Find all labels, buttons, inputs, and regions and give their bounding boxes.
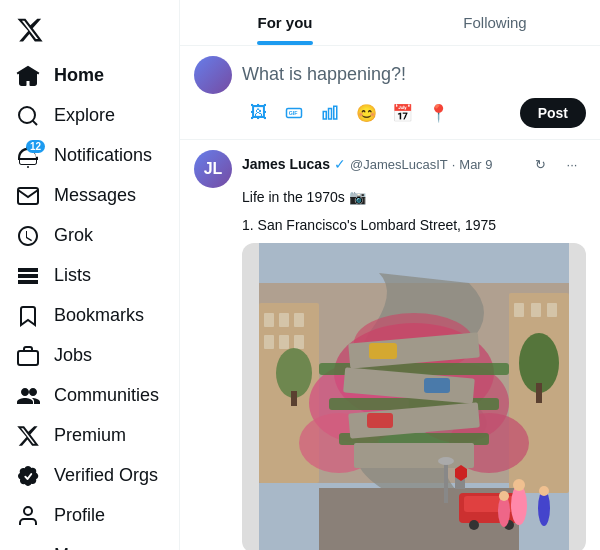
compose-image-icon[interactable]: 🖼: [242, 97, 274, 129]
verified-icon: ✓: [334, 156, 346, 172]
logo[interactable]: [0, 8, 179, 52]
svg-point-2: [27, 166, 29, 168]
sidebar-item-jobs[interactable]: Jobs: [0, 336, 179, 376]
sidebar-item-verified-orgs[interactable]: Verified Orgs: [0, 456, 179, 496]
tweet-image[interactable]: [242, 243, 586, 550]
svg-point-62: [276, 348, 312, 398]
svg-rect-26: [514, 303, 524, 317]
sidebar: Home Explore 12 Notifications Messages G…: [0, 0, 180, 550]
compose-area: What is happening?! 🖼 GIF 😊 📅 📍 Post: [180, 46, 600, 140]
svg-rect-15: [334, 106, 337, 119]
compose-right: What is happening?! 🖼 GIF 😊 📅 📍 Post: [242, 56, 586, 129]
sidebar-item-grok-label: Grok: [54, 224, 93, 247]
svg-rect-28: [547, 303, 557, 317]
sidebar-item-home[interactable]: Home: [0, 56, 179, 96]
svg-rect-23: [279, 335, 289, 349]
compose-location-icon[interactable]: 📍: [422, 97, 454, 129]
svg-point-7: [24, 507, 32, 515]
svg-point-48: [469, 520, 479, 530]
compose-placeholder[interactable]: What is happening?!: [242, 56, 586, 97]
sidebar-item-explore[interactable]: Explore: [0, 96, 179, 136]
sidebar-item-messages-label: Messages: [54, 184, 136, 207]
compose-gif-icon[interactable]: GIF: [278, 97, 310, 129]
tab-for-you[interactable]: For you: [180, 0, 390, 45]
svg-rect-20: [279, 313, 289, 327]
sidebar-item-communities-label: Communities: [54, 384, 159, 407]
explore-icon: [16, 104, 40, 128]
compose-poll-icon[interactable]: [314, 97, 346, 129]
svg-point-55: [499, 491, 509, 501]
tweet-author-name: James Lucas: [242, 156, 330, 172]
tweet-top-actions: ↻ ···: [526, 150, 586, 178]
sidebar-item-bookmarks-label: Bookmarks: [54, 304, 144, 327]
sync-icon[interactable]: ↻: [526, 150, 554, 178]
svg-rect-59: [536, 383, 542, 403]
svg-rect-5: [19, 281, 37, 283]
sidebar-item-more[interactable]: More: [0, 536, 179, 550]
sidebar-item-messages[interactable]: Messages: [0, 176, 179, 216]
sidebar-item-premium-label: Premium: [54, 424, 126, 447]
sidebar-item-explore-label: Explore: [54, 104, 115, 127]
sidebar-item-lists[interactable]: Lists: [0, 256, 179, 296]
tweet-text: Life in the 1970s 📷: [242, 188, 586, 208]
sidebar-item-home-label: Home: [54, 64, 104, 87]
verified-orgs-icon: [16, 464, 40, 488]
compose-schedule-icon[interactable]: 📅: [386, 97, 418, 129]
post-button[interactable]: Post: [520, 98, 586, 128]
more-icon: [16, 544, 40, 550]
sidebar-item-grok[interactable]: Grok: [0, 216, 179, 256]
svg-point-51: [513, 479, 525, 491]
bookmarks-icon: [16, 304, 40, 328]
svg-rect-44: [367, 413, 393, 428]
svg-rect-14: [329, 109, 332, 120]
tweet-header: JL James Lucas ✓ @JamesLucasIT · Mar 9 ↻…: [194, 150, 586, 188]
svg-rect-56: [444, 463, 448, 503]
svg-rect-19: [264, 313, 274, 327]
compose-avatar: [194, 56, 232, 94]
grok-icon: [16, 224, 40, 248]
svg-text:GIF: GIF: [289, 110, 299, 116]
svg-rect-6: [18, 351, 38, 365]
premium-icon: [16, 424, 40, 448]
tweet-meta: James Lucas ✓ @JamesLucasIT · Mar 9 ↻ ··…: [242, 150, 586, 178]
communities-icon: [16, 384, 40, 408]
compose-emoji-icon[interactable]: 😊: [350, 97, 382, 129]
sidebar-item-profile-label: Profile: [54, 504, 105, 527]
svg-rect-43: [424, 378, 450, 393]
sidebar-item-verified-orgs-label: Verified Orgs: [54, 464, 158, 487]
sidebar-item-profile[interactable]: Profile: [0, 496, 179, 536]
jobs-icon: [16, 344, 40, 368]
compose-icons: 🖼 GIF 😊 📅 📍: [242, 97, 454, 129]
sidebar-item-notifications-label: Notifications: [54, 144, 152, 167]
notifications-badge: 12: [26, 140, 45, 153]
svg-rect-63: [291, 391, 297, 406]
sidebar-item-premium[interactable]: Premium: [0, 416, 179, 456]
svg-rect-27: [531, 303, 541, 317]
svg-rect-42: [369, 343, 397, 359]
sidebar-item-lists-label: Lists: [54, 264, 91, 287]
tweet-avatar: JL: [194, 150, 232, 188]
sidebar-item-jobs-label: Jobs: [54, 344, 92, 367]
tweet-name-row: James Lucas ✓ @JamesLucasIT · Mar 9 ↻ ··…: [242, 150, 586, 178]
profile-icon: [16, 504, 40, 528]
lists-icon: [16, 264, 40, 288]
feed-tabs: For you Following: [180, 0, 600, 46]
tweet-dot: ·: [452, 157, 456, 172]
tweet-caption: 1. San Francisco's Lombard Street, 1975: [242, 216, 586, 236]
messages-icon: [16, 184, 40, 208]
svg-rect-21: [294, 313, 304, 327]
home-icon: [16, 64, 40, 88]
tweet-body: Life in the 1970s 📷 1. San Francisco's L…: [242, 188, 586, 550]
svg-rect-22: [264, 335, 274, 349]
svg-line-1: [33, 121, 37, 125]
more-tweet-icon[interactable]: ···: [558, 150, 586, 178]
svg-point-57: [438, 457, 454, 465]
sidebar-item-communities[interactable]: Communities: [0, 376, 179, 416]
svg-rect-13: [323, 112, 326, 120]
sidebar-item-notifications[interactable]: 12 Notifications: [0, 136, 179, 176]
svg-point-53: [539, 486, 549, 496]
sidebar-item-bookmarks[interactable]: Bookmarks: [0, 296, 179, 336]
tab-following[interactable]: Following: [390, 0, 600, 45]
svg-rect-41: [354, 443, 474, 468]
tweet-date: Mar 9: [459, 157, 492, 172]
